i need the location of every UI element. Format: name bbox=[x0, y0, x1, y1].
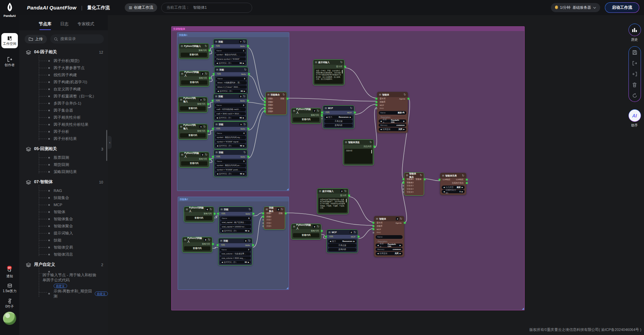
search-input[interactable]: 搜索目录 bbox=[50, 34, 104, 44]
node-trade-trd[interactable]: ▤智能体交易↻LLM响应LLM响应交易执行状态◀合约类型期货▶◀间隔时间(分钟)… bbox=[440, 173, 466, 195]
node-python-py9[interactable]: ▤Python代码输入9↻策略代码查看代码 bbox=[291, 224, 321, 240]
tree-item[interactable]: 因子分析(期货) bbox=[39, 57, 108, 64]
port[interactable] bbox=[321, 112, 323, 113]
view-code-button[interactable]: 查看代码 bbox=[184, 246, 210, 251]
stepper-right-icon[interactable]: ▶ bbox=[248, 230, 250, 232]
view-code-button[interactable]: 查看代码 bbox=[186, 216, 212, 220]
node-stepper[interactable]: ◀超时时间（秒）60▶ bbox=[215, 61, 246, 65]
tree-item[interactable]: 提示词输入 bbox=[39, 230, 108, 237]
tree-item[interactable]: 股票回测 bbox=[39, 154, 108, 161]
stepper-left-icon[interactable]: ◀ bbox=[216, 117, 218, 119]
port[interactable] bbox=[348, 195, 350, 196]
stepper-left-icon[interactable]: ◀ bbox=[222, 261, 223, 263]
node-agent-ag2[interactable]: ▤智能体2↻提示词Agents技能库MCPRAGNameDescription◀… bbox=[374, 216, 404, 257]
tree-item[interactable]: 因子集合器 bbox=[39, 107, 108, 114]
port[interactable] bbox=[373, 225, 374, 227]
stepper-left-icon[interactable]: ◀ bbox=[216, 62, 218, 64]
node-message-msg[interactable]: ▤智能体消息↻消息内容消息内容 bbox=[343, 139, 374, 165]
tree-section-header[interactable]: 04-因子相关12 bbox=[26, 48, 103, 57]
port[interactable] bbox=[247, 128, 249, 130]
node-stepper[interactable]: ◀间隔时间(分钟)5▶ bbox=[442, 190, 465, 193]
node-mcp-mcp2[interactable]: ▤MCP2↻代码MCP◀能力Resources▶工具过滤查询内容 bbox=[326, 229, 358, 253]
node-refresh-icon[interactable]: ↻ bbox=[243, 123, 246, 126]
node-refresh-icon[interactable]: ↻ bbox=[317, 110, 319, 112]
message-textarea[interactable]: 消息内容 bbox=[345, 149, 372, 164]
node-skill-s4[interactable]: ▤技能5↻代码SkillsName4symbol：期货合约代码 sig…symb… bbox=[213, 121, 248, 149]
view-code-button[interactable]: 查看代码 bbox=[293, 117, 319, 122]
node-refresh-icon[interactable]: ↻ bbox=[400, 218, 402, 220]
rail-item-compute[interactable]: 1.5w算力 bbox=[1, 283, 18, 294]
node-refresh-icon[interactable]: ↻ bbox=[205, 45, 207, 48]
prompt-textarea[interactable]: 你是一个专业、严谨、全自动执行的期货量化交易智能体。 你仅依据以下9个技能返回的… bbox=[315, 69, 343, 84]
node-refresh-icon[interactable]: ↻ bbox=[370, 141, 372, 144]
node-field[interactable]: Memorycommon bbox=[379, 123, 406, 127]
node-refresh-icon[interactable]: ↻ bbox=[208, 239, 210, 241]
stepper-right-icon[interactable]: ▶ bbox=[350, 116, 351, 118]
node-agent-ag1[interactable]: ▤智能体↻提示词Agents技能库MCPRAGName期货1号Descripti… bbox=[377, 92, 408, 133]
node-refresh-icon[interactable]: ↻ bbox=[205, 153, 207, 156]
stepper-right-icon[interactable]: ▶ bbox=[243, 173, 244, 175]
node-python-py6[interactable]: ▤Python代码输入6↻策略代码查看代码 bbox=[184, 206, 214, 222]
node-refresh-icon[interactable]: ↻ bbox=[205, 73, 207, 75]
port[interactable] bbox=[376, 104, 377, 106]
tree-item[interactable]: 技能 bbox=[39, 237, 108, 244]
node-skill-s3[interactable]: ▤技能3↻代码SkillsName3ma5：5日均线价格 ma10…ma5 = … bbox=[213, 93, 247, 121]
port[interactable] bbox=[252, 244, 254, 246]
node-python-py7[interactable]: ▤Python代码输入7↻策略代码查看代码 bbox=[291, 108, 321, 124]
tree-item[interactable]: 因子分析结果 bbox=[39, 135, 108, 142]
node-refresh-icon[interactable]: ↻ bbox=[203, 99, 206, 101]
node-field[interactable]: Name6 bbox=[220, 217, 251, 220]
node-field[interactable]: 工具过滤 bbox=[328, 244, 356, 247]
node-stepper[interactable]: ◀底层大…PandaAI-C01▶ bbox=[379, 119, 406, 123]
tree-section-header[interactable]: 07-智能体10 bbox=[26, 177, 103, 187]
stepper-left-icon[interactable]: ◀ bbox=[380, 128, 382, 130]
node-collector-sc2[interactable]: ▤技能集合2↻技能1技能技能2技能3技能4技能5 bbox=[264, 206, 285, 230]
port[interactable] bbox=[403, 188, 404, 190]
node-field[interactable]: klines = [ {"close": 3500… bbox=[216, 85, 247, 89]
node-refresh-icon[interactable]: ↻ bbox=[281, 208, 283, 211]
stepper-right-icon[interactable]: ▶ bbox=[243, 117, 244, 119]
tree-section-header[interactable]: 用户自定义2 bbox=[26, 260, 103, 269]
stepper-right-icon[interactable]: ▶ bbox=[400, 252, 401, 254]
node-skill-s7[interactable]: ▤技能9↻代码SkillsName7now_volume：当前成交量…now_v… bbox=[218, 238, 253, 266]
tree-item[interactable]: 因子大赛参赛节点 bbox=[39, 64, 108, 72]
node-field[interactable]: now_volume：当前成交量… bbox=[220, 252, 251, 256]
node-field[interactable]: ma5 = 3540 ma10 = 3510… bbox=[215, 112, 246, 116]
port[interactable] bbox=[466, 179, 468, 180]
current-workflow-input[interactable]: 当前工作流： 智能体1 bbox=[161, 3, 252, 13]
port[interactable] bbox=[262, 213, 264, 214]
tab-专家模式[interactable]: 专家模式 bbox=[78, 21, 94, 28]
stepper-left-icon[interactable]: ◀ bbox=[217, 173, 218, 175]
port[interactable] bbox=[262, 219, 264, 221]
stepper-left-icon[interactable]: ◀ bbox=[443, 191, 445, 193]
node-python-py1[interactable]: ▤Python代码输入↻策略代码查看代码 bbox=[179, 43, 209, 59]
node-refresh-icon[interactable]: ↻ bbox=[203, 125, 206, 128]
rail-item-notifications[interactable]: 10 通知 bbox=[1, 268, 18, 279]
create-workflow-button[interactable]: ⊞ 创建工作流 bbox=[125, 3, 157, 12]
node-refresh-icon[interactable]: ↻ bbox=[210, 208, 212, 211]
view-code-button[interactable]: 查看代码 bbox=[293, 233, 319, 238]
tree-item[interactable]: 因子输入节点 - 用于输入和校验单因子公式代码自定义⋯ bbox=[39, 270, 108, 289]
port[interactable] bbox=[403, 185, 404, 187]
port[interactable] bbox=[253, 213, 254, 215]
node-refresh-icon[interactable]: ↻ bbox=[354, 231, 356, 234]
stepper-left-icon[interactable]: ◀ bbox=[217, 145, 218, 147]
tree-item[interactable]: 线性因子构建 bbox=[39, 72, 108, 79]
node-refresh-icon[interactable]: ↻ bbox=[350, 107, 352, 110]
node-skill-s5[interactable]: ▤技能↻代码SkillsName5symbol：期货合约代码 po…symbol… bbox=[213, 149, 248, 177]
port[interactable] bbox=[207, 130, 209, 132]
node-field[interactable]: ma5：5日均线价格 ma10… bbox=[215, 108, 246, 111]
textarea-scrollbar[interactable] bbox=[346, 199, 347, 202]
view-code-button[interactable]: 查看代码 bbox=[181, 80, 207, 85]
port[interactable] bbox=[424, 178, 426, 180]
port[interactable] bbox=[466, 182, 468, 184]
port[interactable] bbox=[264, 104, 266, 106]
port[interactable] bbox=[264, 101, 266, 103]
node-prompt-pr2[interactable]: ▤提示词输入2↻提示词你是专业的**期货风险控制 + 交易执行专家智能体**。 … bbox=[317, 188, 349, 214]
port[interactable] bbox=[262, 225, 264, 227]
port[interactable] bbox=[264, 108, 266, 109]
save-button[interactable] bbox=[632, 50, 637, 55]
stepper-right-icon[interactable]: ▶ bbox=[353, 240, 355, 242]
node-refresh-icon[interactable]: ↻ bbox=[244, 68, 246, 71]
port[interactable] bbox=[212, 100, 213, 102]
